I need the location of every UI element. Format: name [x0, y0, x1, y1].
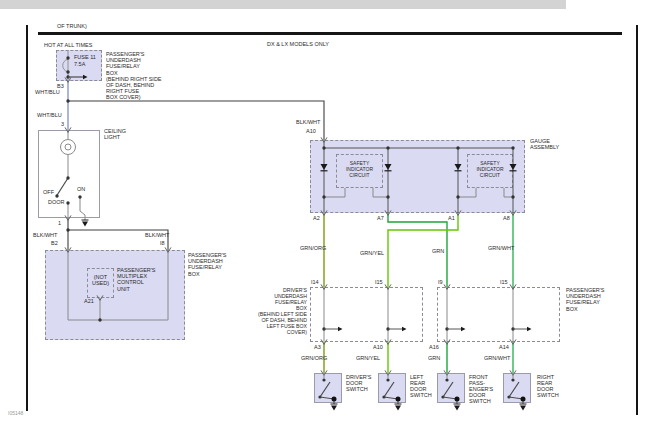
switch-pos-on: ON: [77, 186, 85, 192]
switch-pos-off: OFF: [43, 189, 54, 195]
hot-at-all-times-label: HOT AT ALL TIMES: [44, 42, 92, 48]
junction-dot: [66, 99, 69, 102]
wire-label-grnorg-2: GRN/ORG: [301, 355, 327, 361]
top-gray-bar: [0, 0, 566, 9]
multiplex-unit-label: PASSENGER'S MULTIPLEX CONTROL UNIT: [117, 267, 156, 292]
terminal-1: 1: [58, 220, 61, 226]
terminal-a14: A14: [499, 344, 509, 350]
wire-label-grn-2: GRN: [428, 355, 440, 361]
terminal-a3: A3: [314, 344, 321, 350]
trunk-note: OF TRUNK): [57, 23, 87, 29]
wire-label-grnwht: GRN/WHT: [488, 245, 514, 251]
terminal-b2: B2: [51, 240, 58, 246]
terminal-a8: A8: [503, 215, 510, 221]
wire-label-grnwht-2: GRN/WHT: [484, 355, 510, 361]
safety-indicator-right-label: SAFETY INDICATOR CIRCUIT: [467, 161, 513, 178]
wire-label-whtblu-2: WHT/BLU: [37, 112, 62, 118]
wire-label-grn: GRN: [432, 248, 444, 254]
wire-grnyel: [388, 213, 458, 287]
terminal-a16: A16: [429, 344, 439, 350]
wire-label-blkwht-gauge: BLK/WHT: [296, 119, 320, 125]
wire-label-grnyel: GRN/YEL: [360, 250, 384, 256]
doc-id: I05148: [8, 410, 23, 416]
wire-label-blkwht-right: BLK/WHT: [145, 232, 169, 238]
left-rear-door-switch-box: [378, 373, 406, 403]
junction-dot: [66, 228, 69, 231]
driver-door-switch-box: [314, 373, 342, 403]
passenger-box-note: PASSENGER'S UNDERDASH FUSE/RELAY BOX: [566, 287, 605, 312]
left-rear-door-switch-label: LEFT REAR DOOR SWITCH: [410, 374, 432, 398]
front-passenger-door-switch-box: [437, 373, 465, 403]
terminal-a10-lower: A10: [373, 344, 383, 350]
terminal-a7: A7: [377, 215, 384, 221]
terminal-3: 3: [61, 121, 64, 127]
page-border-right: [636, 25, 638, 415]
terminal-i15-right: I15: [500, 279, 508, 285]
switch-pos-door: DOOR: [48, 199, 65, 205]
ground-icon: [82, 222, 88, 227]
fuse-name: FUSE 11: [74, 54, 96, 60]
wire-label-grnyel-2: GRN/YEL: [356, 355, 380, 361]
terminal-i9: I9: [438, 279, 443, 285]
driver-door-switch-label: DRIVER'S DOOR SWITCH: [346, 374, 372, 392]
page-border-left: [26, 25, 28, 411]
fuse-rating: 7.5A: [74, 61, 85, 67]
terminal-i14: I14: [311, 279, 319, 285]
gauge-assembly-label: GAUGE ASSEMBLY: [530, 138, 559, 150]
terminal-a10: A10: [306, 128, 316, 134]
terminal-a21: A21: [84, 298, 94, 304]
ground-icon: [454, 406, 460, 411]
right-rear-door-switch-label: RIGHT REAR DOOR SWITCH: [537, 374, 559, 398]
wire-label-whtblu-1: WHT/BLU: [35, 89, 60, 95]
models-note: DX & LX MODELS ONLY: [267, 41, 329, 47]
wiring-diagram-page: OF TRUNK) DX & LX MODELS ONLY I05148 HOT…: [0, 0, 650, 433]
diagram-top-rule: [38, 32, 622, 35]
driver-underdash-box: [310, 287, 423, 342]
passenger-fusebox-note: PASSENGER'S UNDERDASH FUSE/RELAY BOX (BE…: [106, 51, 162, 101]
driver-box-note: DRIVER'S UNDERDASH FUSE/RELAY BOX (BEHIN…: [230, 287, 307, 335]
terminal-i15-left: I15: [375, 279, 383, 285]
multiplex-box-note: PASSENGER'S UNDERDASH FUSE/RELAY BOX: [188, 252, 227, 277]
passenger-underdash-box-upper: [45, 250, 185, 340]
passenger-underdash-box-lower: [437, 287, 560, 342]
wire-label-blkwht-left: BLK/WHT: [33, 232, 57, 238]
safety-indicator-left-label: SAFETY INDICATOR CIRCUIT: [336, 161, 383, 178]
terminal-a1: A1: [448, 215, 455, 221]
front-passenger-door-switch-label: FRONT PASS- ENGER'S DOOR SWITCH: [469, 374, 493, 404]
terminal-a2: A2: [313, 215, 320, 221]
diagram-symbols: [55, 56, 531, 410]
terminal-i8: I8: [160, 240, 165, 246]
ground-icon: [395, 406, 401, 411]
not-used-label: (NOT USED): [88, 274, 113, 286]
ground-icon: [520, 406, 526, 411]
wire-label-grnorg: GRN/ORG: [300, 245, 326, 251]
right-rear-door-switch-box: [503, 373, 531, 403]
ceiling-light-label: CEILING LIGHT: [104, 128, 126, 140]
ground-icon: [331, 406, 337, 411]
